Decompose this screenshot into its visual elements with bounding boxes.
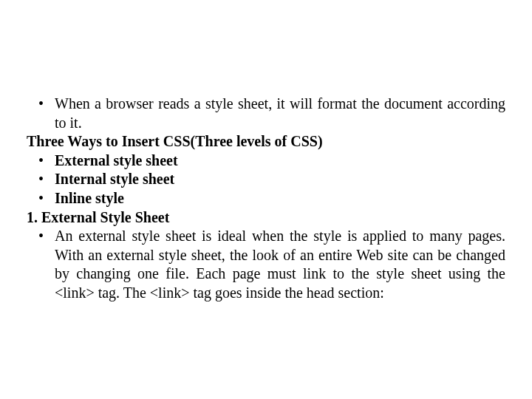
heading-three-ways-text: Three Ways to Insert CSS(Three levels of…: [27, 133, 323, 149]
list-item-inline-text: Inline style: [55, 189, 505, 208]
bullet-dot: •: [27, 170, 55, 189]
bullet-dot: •: [27, 151, 55, 171]
heading-three-ways: Three Ways to Insert CSS(Three levels of…: [27, 132, 505, 151]
list-item-external-text: External style sheet: [55, 151, 505, 171]
bullet-intro-text: When a browser reads a style sheet, it w…: [55, 95, 505, 132]
bullet-intro: • When a browser reads a style sheet, it…: [27, 95, 505, 132]
list-item-internal-text: Internal style sheet: [55, 170, 505, 189]
list-item-inline: • Inline style: [27, 189, 505, 208]
bullet-dot: •: [27, 227, 55, 246]
bullet-dot: •: [27, 95, 55, 114]
list-item-internal: • Internal style sheet: [27, 170, 505, 189]
heading-external-sheet-text: 1. External Style Sheet: [27, 209, 169, 225]
paragraph-external-desc: • An external style sheet is ideal when …: [27, 227, 505, 302]
bullet-dot: •: [27, 189, 55, 208]
heading-external-sheet: 1. External Style Sheet: [27, 208, 505, 228]
list-item-external: • External style sheet: [27, 151, 505, 171]
paragraph-external-desc-text: An external style sheet is ideal when th…: [55, 227, 505, 302]
